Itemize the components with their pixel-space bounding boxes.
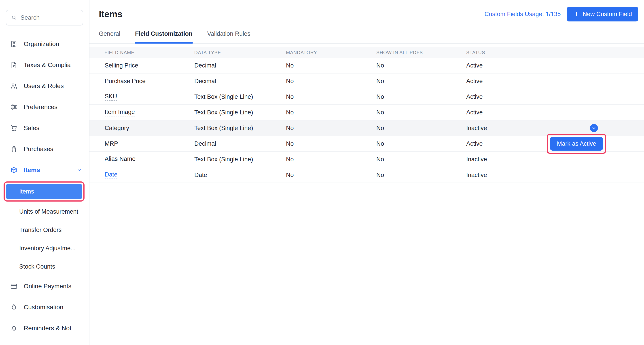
- custom-fields-usage-link[interactable]: Custom Fields Usage: 1/135: [484, 11, 561, 18]
- table-row-date[interactable]: Date Date No No Inactive: [90, 167, 644, 183]
- field-name-cell: Alias Name: [90, 156, 194, 163]
- sidebar-nav-top: Organization Taxes & Compliance Users & …: [0, 33, 89, 160]
- mandatory-cell: No: [286, 172, 376, 179]
- plus-icon: [573, 11, 580, 17]
- mark-as-active-button[interactable]: Mark as Active: [550, 137, 603, 151]
- sidebar-item-purchases[interactable]: Purchases: [0, 139, 89, 160]
- field-name[interactable]: SKU: [105, 93, 117, 101]
- sidebar-subitem-units-of-measurement[interactable]: Units of Measurement: [0, 202, 89, 221]
- mandatory-cell: No: [286, 125, 376, 132]
- sidebar-item-customisation[interactable]: Customisation: [0, 297, 89, 318]
- field-name-cell: SKU: [90, 93, 194, 101]
- field-name[interactable]: Item Image: [105, 109, 135, 116]
- sidebar-subitem-inventory-adjustme[interactable]: Inventory Adjustme...: [0, 239, 89, 257]
- header-actions: Custom Fields Usage: 1/135 New Custom Fi…: [484, 7, 638, 21]
- field-name-cell: Item Image: [90, 109, 194, 116]
- table-row-item-image[interactable]: Item Image Text Box (Single Line) No No …: [90, 105, 644, 120]
- data-type-cell: Decimal: [194, 78, 286, 85]
- field-name[interactable]: Purchase Price: [105, 78, 146, 85]
- sidebar-item-reminders-notific[interactable]: Reminders & Notific...: [0, 318, 89, 339]
- new-custom-field-button[interactable]: New Custom Field: [567, 7, 638, 21]
- sidebar-search[interactable]: [6, 10, 83, 25]
- data-type-cell: Decimal: [194, 140, 286, 147]
- chevron-down-icon: [592, 126, 596, 130]
- settings-sidebar: Organization Taxes & Compliance Users & …: [0, 0, 90, 345]
- sidebar-item-preferences[interactable]: Preferences: [0, 96, 89, 117]
- data-type-cell: Date: [194, 172, 286, 179]
- table-row-selling-price[interactable]: Selling Price Decimal No No Active: [90, 58, 644, 73]
- field-name-cell: Selling Price: [90, 62, 194, 69]
- sidebar-item-label: Online Payments: [24, 283, 71, 290]
- tab-validation-rules[interactable]: Validation Rules: [207, 30, 250, 43]
- field-name[interactable]: Category: [105, 125, 129, 132]
- field-name[interactable]: Selling Price: [105, 62, 138, 69]
- sidebar-item-taxes-compliance[interactable]: Taxes & Compliance: [0, 54, 89, 75]
- main-content: Items Custom Fields Usage: 1/135 New Cus…: [90, 0, 644, 345]
- sidebar-subitem-label: Units of Measurement: [19, 208, 78, 215]
- field-name[interactable]: MRP: [105, 140, 118, 147]
- data-type-cell: Text Box (Single Line): [194, 156, 286, 163]
- field-name[interactable]: Alias Name: [105, 156, 136, 163]
- search-input[interactable]: [20, 14, 78, 21]
- tab-field-customization[interactable]: Field Customization: [135, 30, 192, 43]
- sidebar-item-items-group[interactable]: Items: [0, 160, 89, 181]
- status-cell: Inactive: [466, 172, 644, 179]
- table-row-mrp[interactable]: MRP Decimal No No Active Mark as Active: [90, 136, 644, 152]
- mandatory-cell: No: [286, 62, 376, 69]
- cart-icon: [10, 124, 18, 132]
- status-cell: Active: [466, 78, 644, 85]
- tab-general[interactable]: General: [99, 30, 120, 43]
- credit-card-icon: [10, 282, 18, 290]
- mandatory-cell: No: [286, 93, 376, 100]
- sidebar-item-organization[interactable]: Organization: [0, 33, 89, 54]
- column-header-data-type: DATA TYPE: [194, 50, 286, 55]
- status-cell: Inactive: [466, 156, 644, 163]
- sidebar-item-online-payments[interactable]: Online Payments: [0, 276, 89, 297]
- data-type-cell: Text Box (Single Line): [194, 109, 286, 116]
- chevron-right-icon: [76, 304, 82, 310]
- chevron-right-icon: [76, 325, 82, 331]
- sidebar-item-label: Sales: [24, 124, 71, 132]
- row-actions-toggle[interactable]: [590, 124, 598, 132]
- lock-icon: [96, 141, 102, 147]
- table-row-sku[interactable]: SKU Text Box (Single Line) No No Active: [90, 89, 644, 105]
- sidebar-subitem-stock-counts[interactable]: Stock Counts: [0, 257, 89, 276]
- show-in-pdfs-cell: No: [376, 125, 466, 132]
- status-cell: Active: [466, 109, 644, 116]
- column-header-mandatory: MANDATORY: [286, 50, 376, 55]
- bell-icon: [10, 324, 18, 332]
- sidebar-subitem-items-selected[interactable]: Items: [6, 184, 82, 199]
- sidebar-item-sales[interactable]: Sales: [0, 117, 89, 139]
- field-name-cell: Category: [90, 125, 194, 132]
- sidebar-item-label: Items: [24, 166, 71, 174]
- table-body: Selling Price Decimal No No Active Purch…: [90, 58, 644, 183]
- box-icon: [10, 166, 18, 174]
- status-cell: Active: [466, 62, 644, 69]
- chevron-right-icon: [76, 62, 82, 68]
- show-in-pdfs-cell: No: [376, 62, 466, 69]
- sidebar-item-label: Reminders & Notific...: [24, 325, 71, 332]
- items-sub-list: Items Units of Measurement Transfer Orde…: [0, 181, 89, 276]
- new-custom-field-label: New Custom Field: [582, 11, 632, 18]
- column-header-status: STATUS: [466, 50, 644, 55]
- table-row-purchase-price[interactable]: Purchase Price Decimal No No Active: [90, 73, 644, 89]
- data-type-cell: Text Box (Single Line): [194, 125, 286, 132]
- tab-bar: GeneralField CustomizationValidation Rul…: [90, 21, 644, 43]
- bag-icon: [10, 145, 18, 153]
- sliders-icon: [10, 103, 18, 111]
- mandatory-cell: No: [286, 109, 376, 116]
- field-name[interactable]: Date: [105, 171, 118, 179]
- users-icon: [10, 82, 18, 90]
- sidebar-item-automation[interactable]: Automation: [0, 339, 89, 345]
- table-row-alias-name[interactable]: Alias Name Text Box (Single Line) No No …: [90, 152, 644, 167]
- mandatory-cell: No: [286, 140, 376, 147]
- building-icon: [10, 40, 18, 48]
- lock-icon: [96, 156, 102, 162]
- status-cell: Active: [466, 93, 644, 100]
- sidebar-subitem-transfer-orders[interactable]: Transfer Orders: [0, 221, 89, 239]
- mandatory-cell: No: [286, 156, 376, 163]
- sidebar-item-users-roles[interactable]: Users & Roles: [0, 75, 89, 96]
- chevron-right-icon: [76, 146, 82, 152]
- chevron-right-icon: [76, 83, 82, 89]
- droplet-icon: [10, 303, 18, 311]
